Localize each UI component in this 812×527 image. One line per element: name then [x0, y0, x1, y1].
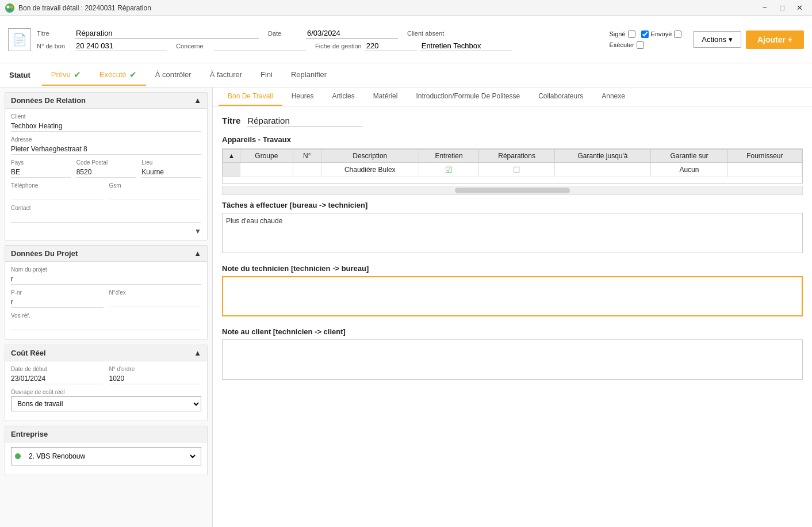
executer-checkbox[interactable] [637, 41, 644, 49]
cout-fields: Date de début 23/01/2024 N° d'ordre 1020 [11, 366, 201, 384]
minimize-button[interactable]: − [757, 2, 773, 14]
status-execute[interactable]: Exécuté ✔ [90, 65, 146, 86]
col-num: N° [293, 150, 321, 163]
status-replanifier[interactable]: Replanifier [282, 66, 336, 85]
col-garantie-sur: Garantie sur [651, 150, 728, 163]
nordre-field: N° d'ordre 1020 [109, 366, 202, 384]
titre-input[interactable] [75, 28, 259, 39]
content-titre-value: Réparation [247, 116, 362, 127]
concerne-input[interactable] [214, 41, 306, 51]
content-title-row: Titre Réparation [222, 116, 803, 127]
contact-value [11, 212, 201, 223]
date-input[interactable] [306, 28, 398, 39]
statut-label: Statut [9, 71, 30, 79]
tab-materiel[interactable]: Matériel [364, 87, 407, 106]
taches-textarea[interactable]: Plus d'eau chaude [222, 213, 803, 253]
gsm-field: Gsm [109, 182, 202, 200]
nordre-label: N° d'ordre [109, 366, 202, 372]
tab-bon-de-travail[interactable]: Bon De Travail [219, 87, 282, 106]
nbon-input[interactable] [75, 41, 167, 51]
signe-label: Signé [609, 30, 625, 37]
fiche-input[interactable] [365, 41, 417, 51]
client-absent-label: Client absent [407, 30, 444, 37]
entretien-techbox-input[interactable] [420, 41, 512, 51]
entreprise-dot [15, 453, 21, 459]
vosref-field: Vos réf. [11, 312, 201, 330]
acontroler-label: À contrôler [155, 70, 191, 79]
lieu-label: Lieu [141, 159, 201, 166]
status-afacturer[interactable]: À facturer [201, 66, 251, 85]
section-projet-header[interactable]: Données Du Projet ▲ [5, 246, 207, 262]
executer-label: Exécuter [609, 41, 634, 48]
tab-articles[interactable]: Articles [323, 87, 363, 106]
tab-collaborateurs[interactable]: Collaborateurs [529, 87, 592, 106]
section-entreprise-header[interactable]: Entreprise [5, 426, 207, 442]
row-fournisseur [727, 163, 802, 177]
titre-label: Titre [37, 30, 71, 37]
document-icon: 📄 [8, 28, 31, 51]
envoye-checkbox2[interactable] [674, 30, 681, 38]
expand-icon-relation[interactable]: ▼ [194, 227, 201, 235]
envoye-label: Envoyé [651, 30, 672, 37]
client-field: Client Techbox Heating [11, 113, 201, 132]
appareils-title: Appareils - Travaux [222, 135, 803, 144]
section-relation-content: Client Techbox Heating Adresse Pieter Ve… [5, 109, 207, 240]
vosref-value [11, 320, 201, 330]
section-cout-content: Date de début 23/01/2024 N° d'ordre 1020… [5, 361, 207, 421]
note-client-textarea[interactable] [222, 339, 803, 380]
afacturer-label: À facturer [210, 70, 242, 79]
lieu-value: Kuurne [141, 167, 201, 178]
left-panel: Données De Relation ▲ Client Techbox Hea… [0, 87, 213, 527]
svg-point-1 [7, 5, 10, 8]
concerne-label: Concerne [176, 43, 210, 49]
client-label: Client [11, 113, 201, 120]
actions-button[interactable]: Actions ▾ [693, 31, 741, 48]
taches-label: Tâches à effectuer [bureau -> technicien… [222, 201, 803, 209]
signe-checkbox[interactable] [628, 30, 635, 38]
tab-heures[interactable]: Heures [282, 87, 323, 106]
nomprojet-value: r [11, 274, 201, 285]
content-area: Titre Réparation Appareils - Travaux ▲ G… [213, 106, 812, 400]
section-cout-title: Coût Réel [11, 349, 46, 357]
codepostal-value: 8520 [76, 167, 136, 178]
col-description: Description [321, 150, 419, 163]
ajouter-button[interactable]: Ajouter + [746, 30, 804, 49]
horiz-scrollbar[interactable] [222, 186, 803, 195]
tab-introduction[interactable]: Introduction/Formule De Politesse [407, 87, 529, 106]
status-fini[interactable]: Fini [251, 66, 282, 85]
pnr-field: P-nr r [11, 289, 104, 308]
envoye-checkbox[interactable] [641, 30, 649, 38]
datedebt-field: Date de début 23/01/2024 [11, 366, 104, 384]
tab-annexe[interactable]: Annexe [592, 87, 634, 106]
note-tech-textarea[interactable] [222, 276, 803, 316]
collapse-icon-cout: ▲ [194, 349, 201, 357]
header-checkboxes: Signé Envoyé Exécuter [609, 30, 681, 49]
svg-point-2 [10, 5, 13, 8]
section-cout-header[interactable]: Coût Réel ▲ [5, 345, 207, 361]
contact-fields: Téléphone Gsm [11, 182, 201, 200]
svg-point-3 [9, 9, 12, 12]
section-entreprise-title: Entreprise [11, 430, 48, 438]
section-projet-title: Données Du Projet [11, 249, 78, 258]
prevu-check-icon: ✔ [74, 70, 81, 80]
pnr-fields: P-nr r N°d'ex [11, 289, 201, 308]
titlebar: Bon de travail détail : 20240031 Réparat… [0, 0, 812, 16]
gsm-label: Gsm [109, 182, 202, 189]
section-relation-header[interactable]: Données De Relation ▲ [5, 93, 207, 109]
window-title: Bon de travail détail : 20240031 Réparat… [18, 4, 757, 12]
row-arrow [223, 163, 240, 177]
ouvrage-field: Ouvrage de coût réel Bons de travail [11, 389, 201, 411]
maximize-button[interactable]: □ [774, 2, 790, 14]
ndex-value [109, 297, 202, 307]
ndex-field: N°d'ex [109, 289, 202, 308]
row-entretien: ☑ [419, 163, 479, 177]
status-acontroler[interactable]: À contrôler [146, 66, 201, 85]
right-panel: Bon De Travail Heures Articles Matériel … [213, 87, 812, 527]
status-prevu[interactable]: Prévu ✔ [42, 65, 90, 86]
entreprise-select[interactable]: 2. VBS Renobouw [23, 449, 197, 464]
ouvrage-label: Ouvrage de coût réel [11, 389, 201, 395]
close-button[interactable]: ✕ [791, 2, 807, 14]
content-titre-label: Titre [222, 116, 240, 125]
prevu-label: Prévu [51, 70, 71, 79]
ouvrage-select[interactable]: Bons de travail [11, 396, 201, 411]
